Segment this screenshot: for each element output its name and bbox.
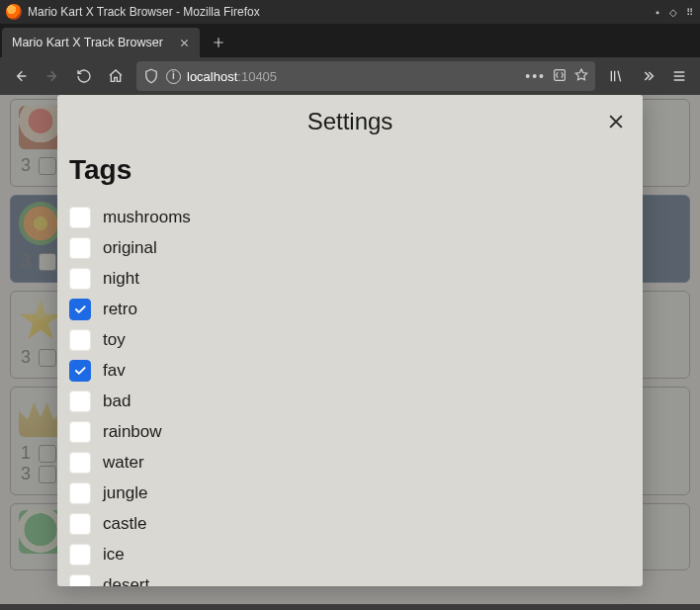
modal-body[interactable]: Tags mushroomsoriginalnightretrotoyfavba… bbox=[57, 148, 643, 586]
tag-row: water bbox=[69, 447, 623, 478]
tag-label: water bbox=[103, 453, 144, 473]
status-bar bbox=[0, 604, 700, 610]
tag-label: mushrooms bbox=[103, 208, 191, 227]
tag-checkbox-fav[interactable] bbox=[69, 360, 91, 382]
tag-label: castle bbox=[103, 514, 146, 534]
tag-checkbox-night[interactable] bbox=[69, 268, 91, 290]
tag-label: night bbox=[103, 269, 139, 289]
overflow-button[interactable] bbox=[633, 61, 662, 91]
tag-label: ice bbox=[103, 545, 125, 565]
tag-checkbox-desert[interactable] bbox=[69, 574, 91, 587]
tag-row: rainbow bbox=[69, 416, 623, 447]
tab-title: Mario Kart X Track Browser bbox=[12, 36, 176, 49]
tag-row: bad bbox=[69, 386, 623, 416]
tags-section-title: Tags bbox=[69, 154, 623, 186]
tag-label: original bbox=[103, 238, 157, 258]
settings-modal: Settings Tags mushroomsoriginalnightretr… bbox=[57, 95, 643, 586]
window-title: Mario Kart X Track Browser - Mozilla Fir… bbox=[28, 5, 653, 19]
close-icon[interactable] bbox=[603, 109, 629, 134]
tag-row: desert bbox=[69, 569, 623, 586]
tag-checkbox-water[interactable] bbox=[69, 452, 91, 474]
window-maximize-icon[interactable]: ◇ bbox=[668, 7, 678, 17]
tag-label: desert bbox=[103, 575, 149, 587]
tag-checkbox-mushrooms[interactable] bbox=[69, 207, 91, 228]
tag-row: night bbox=[69, 263, 623, 294]
tab-strip: Mario Kart X Track Browser bbox=[0, 24, 700, 57]
tag-checkbox-ice[interactable] bbox=[69, 544, 91, 566]
page-viewport: Mushroom Cup33313Shell Cup Settings Tags… bbox=[0, 95, 700, 610]
tag-checkbox-bad[interactable] bbox=[69, 391, 91, 412]
tag-checkbox-retro[interactable] bbox=[69, 299, 91, 320]
window-minimize-icon[interactable]: ▪ bbox=[653, 7, 662, 17]
site-info-icon[interactable]: i bbox=[166, 69, 181, 84]
browser-toolbar: i localhost:10405 ••• bbox=[0, 57, 700, 95]
tag-row: fav bbox=[69, 355, 623, 386]
tag-label: retro bbox=[103, 300, 137, 319]
tab-close-icon[interactable] bbox=[176, 35, 192, 50]
modal-header: Settings bbox=[57, 95, 643, 148]
home-button[interactable] bbox=[101, 61, 131, 91]
tag-checkbox-jungle[interactable] bbox=[69, 482, 91, 504]
tag-checkbox-toy[interactable] bbox=[69, 329, 91, 351]
tag-row: ice bbox=[69, 539, 623, 569]
bookmark-star-icon[interactable] bbox=[573, 67, 589, 86]
url-text: localhost:10405 bbox=[187, 69, 519, 84]
tag-row: mushrooms bbox=[69, 202, 623, 232]
tag-label: bad bbox=[103, 392, 131, 411]
tag-row: jungle bbox=[69, 478, 623, 508]
tag-row: retro bbox=[69, 294, 623, 324]
reload-button[interactable] bbox=[69, 61, 99, 91]
url-bar[interactable]: i localhost:10405 ••• bbox=[136, 61, 595, 91]
page-actions-icon[interactable]: ••• bbox=[525, 68, 546, 84]
firefox-icon bbox=[6, 4, 22, 20]
back-button[interactable] bbox=[6, 61, 36, 91]
forward-button[interactable] bbox=[38, 61, 67, 91]
tab-active[interactable]: Mario Kart X Track Browser bbox=[2, 28, 200, 57]
new-tab-button[interactable] bbox=[204, 28, 233, 57]
tag-label: rainbow bbox=[103, 422, 162, 442]
tag-row: castle bbox=[69, 508, 623, 539]
shield-icon[interactable] bbox=[142, 67, 160, 85]
tag-label: jungle bbox=[103, 483, 147, 503]
url-host: localhost bbox=[187, 69, 237, 84]
url-port: :10405 bbox=[237, 69, 277, 84]
tag-label: fav bbox=[103, 361, 126, 381]
tag-checkbox-castle[interactable] bbox=[69, 513, 91, 535]
tag-checkbox-original[interactable] bbox=[69, 237, 91, 259]
library-button[interactable] bbox=[601, 61, 631, 91]
tag-label: toy bbox=[103, 330, 126, 350]
tag-checkbox-rainbow[interactable] bbox=[69, 421, 91, 443]
window-titlebar: Mario Kart X Track Browser - Mozilla Fir… bbox=[0, 0, 700, 24]
tag-row: toy bbox=[69, 324, 623, 355]
tag-row: original bbox=[69, 232, 623, 263]
window-dots-icon[interactable]: ⠿ bbox=[684, 7, 694, 17]
modal-title: Settings bbox=[307, 108, 394, 135]
reader-icon[interactable] bbox=[552, 67, 568, 86]
hamburger-menu-button[interactable] bbox=[664, 61, 694, 91]
